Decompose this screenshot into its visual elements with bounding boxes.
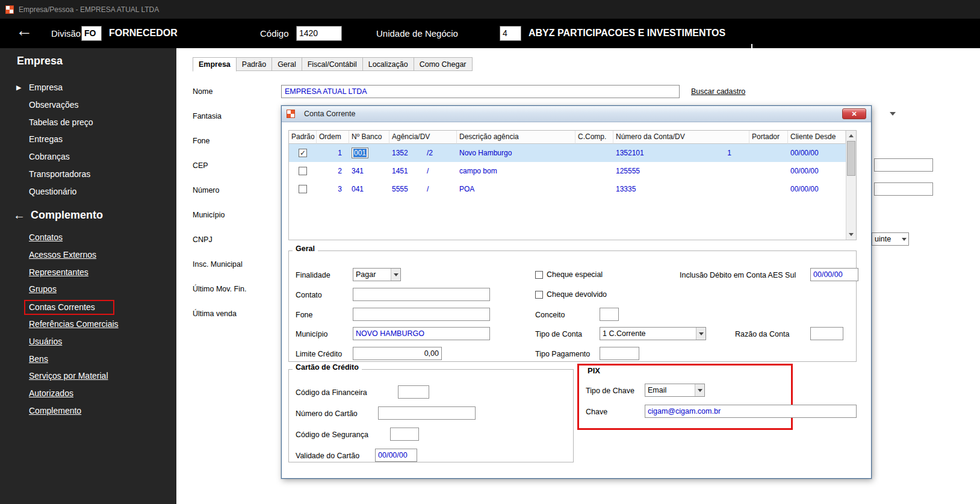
tipo-de-chave-select[interactable]: Email	[645, 384, 705, 397]
agencia-cell[interactable]: 1352	[389, 144, 424, 162]
ccomp-cell[interactable]	[575, 162, 613, 180]
sidebar-item-usuarios[interactable]: Usuários	[0, 333, 176, 350]
dialog-titlebar[interactable]: Conta Corrente ✕	[282, 106, 871, 122]
conta-cell[interactable]: 125555	[613, 162, 749, 180]
agencia-cell[interactable]: 1451	[389, 162, 424, 180]
cliente-desde-cell[interactable]: 00/00/00	[788, 180, 846, 198]
portador-cell[interactable]	[749, 180, 788, 198]
col-header-agencia[interactable]: Agência/DV	[389, 131, 457, 144]
sidebar-item-empresa[interactable]: ▶Empresa	[0, 79, 176, 96]
portador-cell[interactable]	[749, 144, 788, 162]
buscar-cadastro-link[interactable]: Buscar cadastro	[691, 87, 745, 96]
tab-fiscal-contabil[interactable]: Fiscal/Contábil	[302, 57, 363, 71]
table-row[interactable]	[289, 162, 317, 180]
conta-cell[interactable]: 13335	[613, 180, 749, 198]
municipio-field[interactable]: NOVO HAMBURGO	[353, 327, 490, 340]
table-row[interactable]	[289, 180, 317, 198]
col-header-descricao[interactable]: Descrição agência	[457, 131, 575, 144]
cheque-especial-checkbox[interactable]	[535, 271, 543, 279]
table-row[interactable]: ✓	[289, 144, 317, 162]
codigo-field[interactable]: 1420	[296, 26, 342, 41]
codigo-financeira-field[interactable]	[398, 385, 429, 399]
agencia-dv-cell[interactable]: /2	[424, 144, 457, 162]
fone-field[interactable]	[353, 308, 490, 321]
sidebar-item-contas-correntes[interactable]: Contas Correntes	[0, 298, 176, 316]
razao-da-conta-field[interactable]	[810, 327, 843, 340]
sidebar-item-transportadoras[interactable]: Transportadoras	[0, 166, 176, 183]
scroll-down-button[interactable]	[846, 229, 856, 240]
col-header-padrao[interactable]: Padrão	[289, 131, 317, 144]
nome-field[interactable]: EMPRESA ATUAL LTDA	[281, 85, 680, 98]
close-button[interactable]: ✕	[842, 108, 866, 119]
banco-cell[interactable]: 001	[349, 144, 389, 162]
contato-field[interactable]	[353, 288, 490, 301]
agencia-dv-cell[interactable]: /	[424, 162, 457, 180]
cliente-desde-cell[interactable]: 00/00/00	[788, 144, 846, 162]
col-header-cliente-desde[interactable]: Cliente Desde	[788, 131, 846, 144]
tipo-pagamento-field[interactable]	[600, 347, 639, 360]
sidebar-item-acessos-externos[interactable]: Acessos Externos	[0, 246, 176, 264]
banco-cell[interactable]: 041	[349, 180, 389, 198]
scrollbar-thumb[interactable]	[847, 141, 855, 176]
descricao-cell[interactable]: Novo Hamburgo	[457, 144, 575, 162]
tipo-de-conta-select[interactable]: 1 C.Corrente	[600, 327, 706, 340]
banco-cell[interactable]: 341	[349, 162, 389, 180]
col-header-portador[interactable]: Portador	[749, 131, 788, 144]
conta-cell[interactable]: 13521011	[613, 144, 749, 162]
portador-cell[interactable]	[749, 162, 788, 180]
descricao-cell[interactable]: POA	[457, 180, 575, 198]
sidebar-item-servicos-por-material[interactable]: Serviços por Material	[0, 367, 176, 385]
padrao-checkbox[interactable]	[299, 185, 307, 193]
tab-padrao[interactable]: Padrão	[237, 57, 272, 71]
sidebar-item-bens[interactable]: Bens	[0, 350, 176, 368]
ccomp-cell[interactable]	[575, 180, 613, 198]
ccomp-cell[interactable]	[575, 144, 613, 162]
cliente-desde-cell[interactable]: 00/00/00	[788, 162, 846, 180]
cheque-devolvido-checkbox[interactable]	[535, 291, 543, 299]
chave-field[interactable]: cigam@cigam.com.br	[645, 405, 857, 418]
col-header-banco[interactable]: Nº Banco	[349, 131, 389, 144]
sidebar-item-questionario[interactable]: Questionário	[0, 183, 176, 201]
sidebar-item-entregas[interactable]: Entregas	[0, 131, 176, 148]
sidebar-item-representantes[interactable]: Representantes	[0, 264, 176, 281]
ordem-cell[interactable]: 2	[317, 162, 349, 180]
sidebar-item-observacoes[interactable]: Observações	[0, 96, 176, 114]
sidebar-item-cobrancas[interactable]: Cobranças	[0, 148, 176, 166]
ordem-cell[interactable]: 3	[317, 180, 349, 198]
sidebar-item-complemento[interactable]: Complemento	[0, 402, 176, 420]
limite-credito-field[interactable]: 0,00	[353, 347, 442, 360]
descricao-cell[interactable]: campo bom	[457, 162, 575, 180]
sidebar-section-complemento[interactable]: ← Complemento	[13, 208, 103, 222]
right-field-2[interactable]	[874, 182, 933, 196]
chevron-down-icon[interactable]	[890, 112, 896, 116]
agencia-cell[interactable]: 5555	[389, 180, 424, 198]
tab-como-chegar[interactable]: Como Chegar	[414, 57, 473, 71]
sidebar-item-contatos[interactable]: Contatos	[0, 229, 176, 246]
tab-geral[interactable]: Geral	[272, 57, 302, 71]
right-field-1[interactable]	[874, 158, 933, 172]
col-header-conta[interactable]: Número da Conta/DV	[613, 131, 749, 144]
codigo-seguranca-field[interactable]	[390, 428, 419, 441]
inclusao-debito-field[interactable]: 00/00/00	[810, 268, 858, 281]
tab-empresa[interactable]: Empresa	[193, 57, 237, 72]
sidebar-item-grupos[interactable]: Grupos	[0, 281, 176, 298]
padrao-checkbox[interactable]	[299, 167, 307, 175]
scroll-up-button[interactable]	[846, 131, 856, 141]
divisao-code-field[interactable]: FO	[81, 26, 102, 41]
tab-localizacao[interactable]: Localização	[363, 57, 414, 71]
banco-edit-field[interactable]: 001	[352, 148, 368, 158]
finalidade-select[interactable]: Pagar	[353, 268, 401, 281]
unidade-negocio-field[interactable]: 4	[500, 26, 521, 41]
sidebar-item-tabelas-de-preco[interactable]: Tabelas de preço	[0, 114, 176, 131]
padrao-checkbox[interactable]: ✓	[299, 149, 307, 157]
agencia-dv-cell[interactable]: /	[424, 180, 457, 198]
col-header-ccomp[interactable]: C.Comp.	[575, 131, 613, 144]
back-arrow-icon[interactable]: ←	[16, 21, 33, 40]
vertical-scrollbar[interactable]	[846, 131, 856, 240]
right-partial-combo[interactable]: uinte	[872, 232, 909, 246]
ordem-cell[interactable]: 1	[317, 144, 349, 162]
validade-cartao-field[interactable]: 00/00/00	[375, 449, 417, 462]
conceito-field[interactable]	[600, 308, 619, 321]
sidebar-item-referencias-comerciais[interactable]: Referências Comerciais	[0, 316, 176, 333]
numero-cartao-field[interactable]	[378, 406, 476, 420]
